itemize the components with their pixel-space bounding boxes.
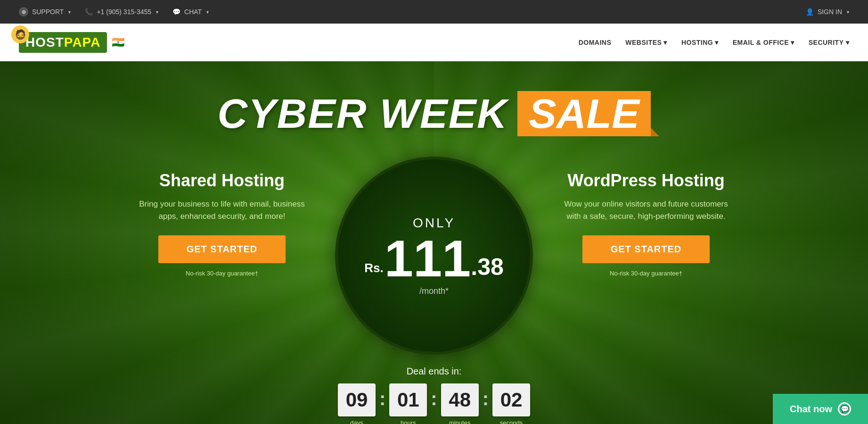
wordpress-hosting-col: WordPress Hosting Wow your online visito…	[533, 157, 759, 277]
countdown-days-label: days	[350, 419, 363, 424]
shared-hosting-desc: Bring your business to life with email, …	[132, 198, 311, 222]
nav-logo: 🧔 HOSTPAPA 🇮🇳	[19, 32, 124, 53]
nav-security[interactable]: SECURITY ▾	[809, 39, 849, 46]
countdown-sep-3: :	[482, 388, 490, 409]
nav-domains[interactable]: DOMAINS	[579, 39, 612, 46]
sale-badge: SALE	[517, 91, 651, 137]
country-flag[interactable]: 🇮🇳	[112, 36, 124, 49]
signin-label: SIGN IN	[818, 8, 842, 16]
chat-chevron: ▾	[206, 9, 209, 15]
price-main: 111	[385, 233, 471, 284]
hero-center: ONLY Rs. 111 .38 /month* Deal ends in: 0…	[335, 157, 533, 424]
countdown-days: 09 days	[338, 383, 376, 424]
email-chevron: ▾	[791, 39, 794, 46]
chat-label: CHAT	[184, 8, 202, 16]
hero-columns: Shared Hosting Bring your business to li…	[0, 157, 868, 424]
price-currency: Rs.	[364, 262, 383, 274]
phone-label: +1 (905) 315-3455	[97, 8, 151, 16]
wordpress-hosting-get-started-button[interactable]: GET STARTED	[582, 235, 710, 263]
support-item[interactable]: ⊕ SUPPORT ▾	[19, 7, 71, 17]
logo-papa: PAPA	[64, 35, 101, 50]
countdown-sep-1: :	[378, 388, 386, 409]
phone-icon: 📞	[85, 8, 93, 16]
nav-hosting[interactable]: HOSTING ▾	[681, 39, 719, 46]
shared-hosting-col: Shared Hosting Bring your business to li…	[109, 157, 335, 277]
nav-links: DOMAINS WEBSITES ▾ HOSTING ▾ EMAIL & OFF…	[579, 39, 849, 46]
top-bar-left: ⊕ SUPPORT ▾ 📞 +1 (905) 315-3455 ▾ 💬 CHAT…	[19, 7, 209, 17]
hero-section: CYBER WEEK SALE Shared Hosting Bring you…	[0, 61, 868, 424]
countdown-seconds-label: seconds	[500, 419, 523, 424]
wordpress-hosting-title: WordPress Hosting	[567, 171, 724, 191]
logo-mascot: 🧔	[11, 25, 29, 43]
deal-ends-text: Deal ends in:	[407, 366, 462, 377]
price-row: Rs. 111 .38	[364, 233, 504, 284]
countdown: 09 days : 01 hours : 48 minutes :	[338, 383, 530, 424]
countdown-minutes-label: minutes	[449, 419, 471, 424]
hosting-chevron: ▾	[715, 39, 719, 46]
countdown-hours: 01 hours	[389, 383, 427, 424]
chat-item[interactable]: 💬 CHAT ▾	[172, 8, 209, 16]
phone-chevron: ▾	[156, 9, 158, 15]
wordpress-hosting-guarantee: No-risk 30-day guarantee†	[610, 270, 682, 277]
shared-hosting-guarantee: No-risk 30-day guarantee†	[186, 270, 258, 277]
countdown-hours-num: 01	[389, 383, 427, 416]
user-icon: 👤	[806, 8, 814, 16]
nav-websites[interactable]: WEBSITES ▾	[625, 39, 667, 46]
countdown-minutes-num: 48	[441, 383, 479, 416]
phone-item[interactable]: 📞 +1 (905) 315-3455 ▾	[85, 8, 158, 16]
logo-box[interactable]: 🧔 HOSTPAPA	[19, 32, 107, 53]
only-text: ONLY	[413, 216, 455, 231]
countdown-days-num: 09	[338, 383, 376, 416]
nav-email-office[interactable]: EMAIL & OFFICE ▾	[733, 39, 794, 46]
chat-icon: 💬	[172, 8, 180, 16]
websites-chevron: ▾	[663, 39, 667, 46]
countdown-sep-2: :	[430, 388, 438, 409]
security-chevron: ▾	[846, 39, 850, 46]
nav-bar: 🧔 HOSTPAPA 🇮🇳 DOMAINS WEBSITES ▾ HOSTING…	[0, 24, 868, 61]
logo-text: HOSTPAPA	[25, 35, 100, 50]
price-month: /month*	[419, 286, 449, 296]
support-icon: ⊕	[19, 7, 28, 17]
price-circle: ONLY Rs. 111 .38 /month*	[335, 157, 533, 355]
countdown-minutes: 48 minutes	[441, 383, 479, 424]
countdown-seconds: 02 seconds	[492, 383, 530, 424]
support-label: SUPPORT	[32, 8, 64, 16]
logo-host: HOST	[25, 35, 64, 50]
countdown-hours-label: hours	[401, 419, 416, 424]
price-decimal: .38	[471, 255, 504, 279]
support-chevron: ▾	[68, 9, 71, 15]
signin-item[interactable]: 👤 SIGN IN ▾	[806, 8, 849, 16]
top-bar: ⊕ SUPPORT ▾ 📞 +1 (905) 315-3455 ▾ 💬 CHAT…	[0, 0, 868, 24]
shared-hosting-title: Shared Hosting	[159, 171, 285, 191]
hero-title: CYBER WEEK SALE	[0, 61, 868, 138]
cyber-week-text: CYBER WEEK	[217, 90, 508, 138]
wordpress-hosting-desc: Wow your online visitors and future cust…	[557, 198, 736, 222]
signin-chevron: ▾	[847, 9, 849, 15]
countdown-seconds-num: 02	[492, 383, 530, 416]
shared-hosting-get-started-button[interactable]: GET STARTED	[158, 235, 286, 263]
hero-content: CYBER WEEK SALE Shared Hosting Bring you…	[0, 61, 868, 424]
